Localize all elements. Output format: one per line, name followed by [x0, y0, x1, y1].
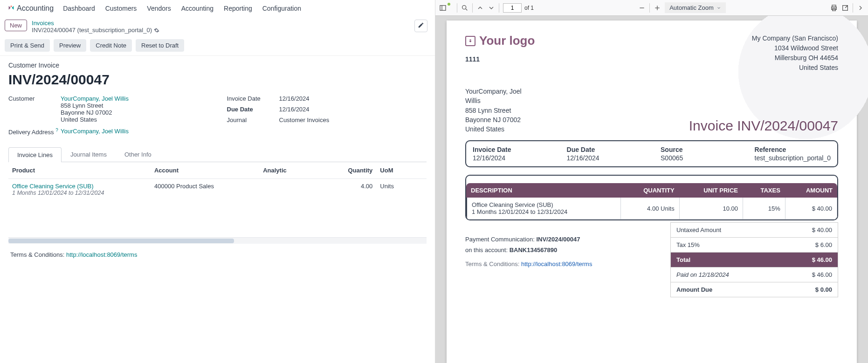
col-uom[interactable]: UoM [376, 162, 427, 179]
pdf-viewer-pane: of 1 Automatic Zoom Your logo [435, 0, 868, 363]
breadcrumb-current: INV/2024/00047 (test_subscription_portal… [32, 27, 159, 34]
print-send-button[interactable]: Print & Send [5, 39, 50, 52]
col-account[interactable]: Account [151, 162, 259, 179]
company-line: United States [752, 63, 838, 73]
next-page-icon[interactable] [488, 4, 495, 12]
pdf-page: Your logo 1111 My Company (San Francisco… [447, 21, 857, 363]
breadcrumb-row: New Invoices INV/2024/00047 (test_subscr… [0, 17, 435, 35]
total-value: $ 46.00 [812, 256, 832, 263]
pdf-line-qty: 4.00 Units [620, 198, 679, 219]
odoo-logo-icon [7, 5, 15, 12]
untaxed-label: Untaxed Amount [676, 226, 721, 233]
app-pane: Accounting Dashboard Customers Vendors A… [0, 0, 435, 363]
tab-other-info[interactable]: Other Info [116, 147, 160, 162]
new-button[interactable]: New [5, 20, 27, 31]
bill-line: 858 Lynn Street [465, 106, 522, 115]
col-product[interactable]: Product [8, 162, 151, 179]
nav-dashboard[interactable]: Dashboard [63, 5, 95, 12]
page-number-input[interactable] [503, 3, 522, 13]
sidebar-toggle-icon[interactable] [439, 4, 447, 12]
prev-page-icon[interactable] [476, 4, 484, 12]
zoom-select[interactable]: Automatic Zoom [665, 2, 726, 13]
doc-type-label: Customer Invoice [8, 62, 427, 69]
table-row[interactable]: Office Cleaning Service (SUB) 1 Months 1… [8, 179, 427, 200]
pdf-line-tax: 15% [743, 198, 785, 219]
preview-button[interactable]: Preview [54, 39, 86, 52]
pdf-line-price: 10.00 [679, 198, 743, 219]
terms-link[interactable]: http://localhost:8069/terms [66, 251, 137, 258]
nav-accounting[interactable]: Accounting [181, 5, 214, 12]
company-line: My Company (San Francisco) [752, 34, 838, 43]
edit-button[interactable] [414, 20, 427, 32]
doc-title: INV/2024/00047 [8, 72, 427, 88]
col-analytic[interactable]: Analytic [259, 162, 326, 179]
customer-addr-line: 858 Lynn Street [61, 102, 129, 109]
pdf-payment-info: Payment Communication: INV/2024/00047 on… [465, 222, 661, 297]
info-due-date-label: Due Date [567, 146, 633, 153]
nav-configuration[interactable]: Configuration [262, 5, 301, 12]
pdf-toolbar: of 1 Automatic Zoom [435, 0, 868, 16]
help-icon[interactable]: ? [55, 128, 58, 133]
invoice-lines-table: Product Account Analytic Quantity UoM Of… [8, 162, 427, 200]
info-source-value: S00065 [661, 154, 727, 162]
info-reference-label: Reference [755, 146, 831, 153]
zoom-in-icon[interactable] [654, 4, 661, 12]
gear-icon[interactable] [154, 27, 159, 33]
tab-invoice-lines[interactable]: Invoice Lines [8, 147, 62, 162]
camera-icon [465, 36, 475, 46]
tab-journal-items[interactable]: Journal Items [62, 147, 116, 162]
invoice-info-box: Invoice Date12/16/2024 Due Date12/16/202… [465, 140, 838, 167]
main-navbar: Accounting Dashboard Customers Vendors A… [0, 0, 435, 17]
search-icon[interactable] [461, 4, 468, 12]
pdf-col-amount: AMOUNT [785, 183, 837, 198]
totals-box: Untaxed Amount$ 40.00 Tax 15%$ 6.00 Tota… [670, 222, 838, 297]
app-logo[interactable]: Accounting [7, 4, 54, 13]
tax-label: Tax 15% [676, 241, 700, 248]
line-product-link[interactable]: Office Cleaning Service (SUB) [12, 183, 147, 190]
journal-value: Customer Invoices [279, 116, 330, 123]
line-qty: 4.00 [326, 179, 377, 200]
svg-point-11 [469, 40, 471, 42]
paycomm-label: Payment Communication: [465, 236, 536, 243]
company-line: Millersburg OH 44654 [752, 53, 838, 63]
bill-to-address: YourCompany, Joel Willis 858 Lynn Street… [465, 87, 522, 134]
customer-label: Customer [8, 95, 61, 102]
zoom-select-label: Automatic Zoom [669, 4, 714, 11]
delivery-link[interactable]: YourCompany, Joel Willis [61, 128, 129, 135]
due-date-value: 12/16/2024 [279, 106, 310, 113]
line-account: 400000 Product Sales [151, 179, 259, 200]
bill-line: Bayonne NJ 07002 [465, 115, 522, 124]
line-analytic [259, 179, 326, 200]
info-reference-value: test_subscription_portal_0 [755, 154, 831, 162]
reset-draft-button[interactable]: Reset to Draft [136, 39, 184, 52]
pdf-col-description: DESCRIPTION [466, 183, 620, 198]
breadcrumb-link-invoices[interactable]: Invoices [32, 20, 159, 27]
credit-note-button[interactable]: Credit Note [90, 39, 132, 52]
nav-vendors[interactable]: Vendors [147, 5, 171, 12]
onaccount-label: on this account: [465, 247, 510, 253]
pdf-line-product: Office Cleaning Service (SUB) [472, 201, 616, 208]
pdf-terms-link[interactable]: http://localhost:8069/terms [521, 260, 592, 267]
total-label: Total [676, 256, 690, 263]
breadcrumb: Invoices INV/2024/00047 (test_subscripti… [32, 20, 159, 34]
customer-link[interactable]: YourCompany, Joel Willis [61, 95, 129, 102]
page-count-label: of 1 [524, 5, 534, 11]
info-invoice-date-value: 12/16/2024 [473, 154, 539, 162]
horizontal-scrollbar[interactable] [8, 237, 427, 244]
info-source-label: Source [661, 146, 727, 153]
company-line: 1034 Wildwood Street [752, 43, 838, 53]
svg-point-2 [462, 5, 466, 9]
col-quantity[interactable]: Quantity [326, 162, 377, 179]
nav-customers[interactable]: Customers [105, 5, 137, 12]
svg-rect-12 [470, 39, 471, 40]
nav-reporting[interactable]: Reporting [224, 5, 252, 12]
line-uom: Units [376, 179, 427, 200]
pdf-viewport[interactable]: Your logo 1111 My Company (San Francisco… [435, 16, 868, 363]
chevron-right-icon[interactable] [857, 4, 864, 12]
zoom-out-icon[interactable] [638, 4, 646, 12]
untaxed-value: $ 40.00 [812, 226, 832, 233]
open-external-icon[interactable] [841, 4, 849, 12]
print-icon[interactable] [830, 4, 838, 12]
pdf-logo-text: Your logo [479, 34, 535, 48]
delivery-label: Delivery Address ? [8, 128, 61, 136]
